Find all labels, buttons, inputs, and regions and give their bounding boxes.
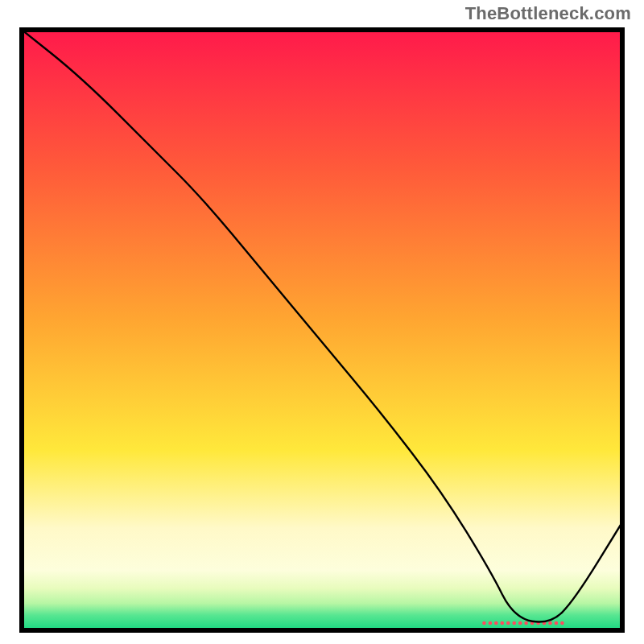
plot-area — [19, 27, 625, 633]
optimal-zone-dot — [560, 621, 564, 625]
optimal-zone-dot — [501, 621, 505, 625]
optimal-zone-dot — [494, 621, 498, 625]
optimal-zone-dot — [482, 621, 486, 625]
optimal-zone-dot — [518, 621, 522, 625]
watermark-text: TheBottleneck.com — [465, 3, 631, 24]
optimal-zone-dot — [548, 621, 552, 625]
optimal-zone-dot — [506, 621, 510, 625]
chart-frame: TheBottleneck.com — [0, 0, 644, 644]
gradient-background — [22, 30, 622, 630]
bottleneck-chart — [19, 27, 625, 633]
optimal-zone-dot — [512, 621, 516, 625]
optimal-zone-dot — [524, 621, 528, 625]
optimal-zone-dot — [489, 621, 493, 625]
optimal-zone-dot — [555, 621, 559, 625]
